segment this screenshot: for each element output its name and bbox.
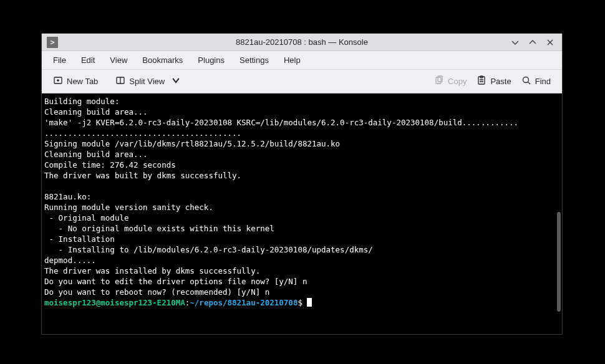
new-tab-icon	[53, 75, 63, 87]
term-line: - Original module	[44, 213, 128, 223]
menu-plugins[interactable]: Plugins	[190, 52, 232, 68]
term-line: The driver was built by dkms successfull…	[44, 171, 241, 180]
term-line: Building module:	[44, 97, 119, 106]
paste-label: Paste	[490, 77, 511, 86]
term-line: Running module version sanity check.	[44, 203, 213, 212]
term-line: 'make' -j2 KVER=6.2.0-rc3-daily-20230108…	[44, 118, 518, 127]
close-button[interactable]	[544, 37, 556, 48]
prompt-userhost: moisespr123@moisespr123-E210MA	[44, 298, 185, 307]
konsole-app-icon	[47, 37, 58, 48]
new-tab-label: New Tab	[67, 77, 98, 86]
copy-label: Copy	[448, 77, 467, 86]
term-line: Cleaning build area...	[44, 107, 148, 117]
terminal-area[interactable]: Building module: Cleaning build area... …	[42, 93, 562, 334]
window-controls	[510, 37, 562, 48]
prompt-symbol: $	[298, 298, 302, 307]
menu-bookmarks[interactable]: Bookmarks	[135, 52, 190, 68]
term-line: - Installing to /lib/modules/6.2.0-rc3-d…	[44, 245, 373, 254]
terminal-output: Building module: Cleaning build area... …	[44, 96, 559, 308]
split-view-label: Split View	[129, 77, 165, 86]
term-line: Do you want to edit the driver options f…	[44, 277, 307, 286]
konsole-window: 8821au-20210708 : bash — Konsole File Ed…	[41, 33, 563, 335]
term-line: depmod.....	[44, 256, 96, 265]
find-label: Find	[535, 77, 551, 86]
toolbar: New Tab Split View Copy Pas	[42, 70, 562, 93]
svg-rect-2	[436, 77, 441, 84]
menu-view[interactable]: View	[102, 52, 135, 68]
copy-button[interactable]: Copy	[429, 73, 472, 90]
term-line: ........................................…	[44, 128, 241, 138]
menubar: File Edit View Bookmarks Plugins Setting…	[42, 51, 562, 70]
search-icon	[521, 75, 531, 87]
term-line: The driver was installed by dkms success…	[44, 266, 260, 275]
term-line: Do you want to reboot now? (recommended)…	[44, 287, 269, 297]
maximize-button[interactable]	[527, 37, 538, 48]
find-button[interactable]: Find	[516, 73, 556, 90]
scrollbar-thumb[interactable]	[557, 212, 561, 312]
term-line: Compile time: 276.42 seconds	[44, 160, 176, 170]
minimize-button[interactable]	[510, 37, 521, 48]
split-view-icon	[115, 75, 125, 87]
copy-icon	[434, 75, 444, 87]
terminal-cursor	[307, 298, 312, 307]
menu-edit[interactable]: Edit	[74, 52, 102, 68]
prompt-path: ~/repos/8821au-20210708	[190, 298, 298, 307]
menu-file[interactable]: File	[46, 52, 74, 68]
titlebar: 8821au-20210708 : bash — Konsole	[42, 34, 562, 51]
term-line: 8821au.ko:	[44, 192, 91, 201]
svg-rect-3	[438, 76, 442, 82]
term-line: Cleaning build area...	[44, 150, 148, 159]
svg-point-6	[523, 77, 528, 83]
term-line: - Installation	[44, 234, 115, 244]
chevron-down-icon	[171, 75, 181, 87]
menu-help[interactable]: Help	[276, 52, 308, 68]
term-line: Signing module /var/lib/dkms/rtl8821au/5…	[44, 139, 340, 148]
paste-button[interactable]: Paste	[472, 73, 516, 90]
term-line: - No original module exists within this …	[44, 224, 274, 233]
window-title: 8821au-20210708 : bash — Konsole	[42, 37, 562, 47]
new-tab-button[interactable]: New Tab	[48, 73, 103, 90]
paste-icon	[477, 75, 486, 87]
menu-settings[interactable]: Settings	[232, 52, 276, 68]
split-view-button[interactable]: Split View	[110, 73, 186, 90]
